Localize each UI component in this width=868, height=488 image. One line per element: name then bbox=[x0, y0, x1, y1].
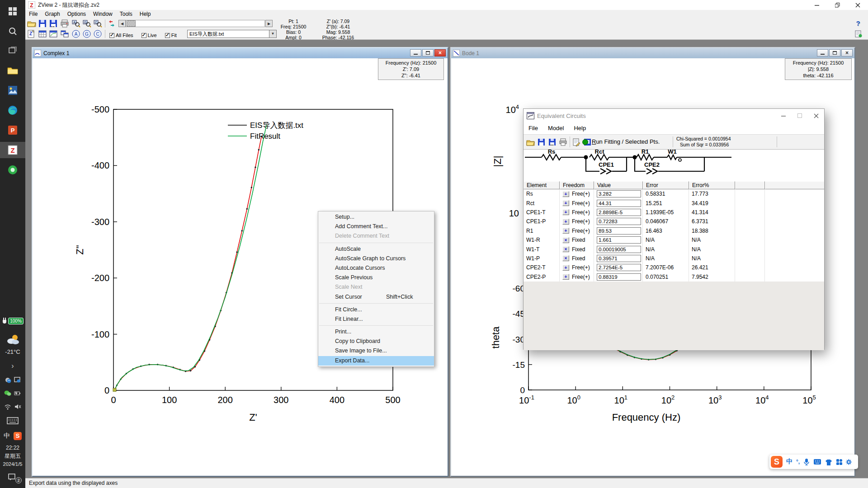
toolbox-icon[interactable] bbox=[836, 459, 843, 465]
checkbox[interactable]: Fit bbox=[165, 31, 177, 39]
minimize-button[interactable] bbox=[775, 109, 792, 122]
run-fitting-button[interactable]: Run Fitting / Selected Pts. bbox=[592, 138, 660, 145]
column-header[interactable]: Error% bbox=[689, 181, 735, 189]
context-menu-item[interactable]: Setup... bbox=[318, 212, 434, 222]
checkbox-box[interactable] bbox=[109, 33, 114, 38]
column-header[interactable]: Value bbox=[594, 181, 643, 189]
clock[interactable]: 22:22 bbox=[0, 445, 25, 451]
powerpoint-icon[interactable]: P bbox=[0, 122, 25, 138]
value-input[interactable]: 0.72283 bbox=[597, 218, 641, 225]
value-input[interactable]: 0.39571 bbox=[597, 255, 641, 262]
restore-button[interactable] bbox=[827, 0, 848, 10]
menu-item[interactable]: Help bbox=[569, 122, 591, 134]
weather-icon[interactable] bbox=[0, 333, 25, 348]
context-menu-item[interactable]: Export Data... bbox=[318, 356, 434, 366]
open-file-icon[interactable] bbox=[27, 19, 36, 28]
menu-item[interactable]: Tools bbox=[116, 10, 136, 18]
menu-item[interactable]: Options bbox=[64, 10, 90, 18]
minimize-button[interactable] bbox=[410, 49, 421, 56]
freedom-toggle-button[interactable]: + bbox=[562, 228, 569, 234]
minimize-button[interactable] bbox=[807, 0, 827, 10]
temperature-label[interactable]: -21°C bbox=[0, 348, 25, 355]
value-input[interactable]: 44.31 bbox=[597, 200, 641, 207]
edit-circuit-icon[interactable] bbox=[572, 138, 581, 146]
menu-item[interactable]: Help bbox=[136, 10, 155, 18]
context-menu-item[interactable]: AutoLocate Cursors bbox=[318, 263, 434, 273]
checkbox-box[interactable] bbox=[165, 33, 170, 38]
close-button[interactable]: × bbox=[434, 49, 446, 56]
data-table-icon[interactable] bbox=[38, 29, 47, 38]
graph-window-icon[interactable] bbox=[49, 29, 58, 38]
context-menu-item[interactable]: AutoScale Graph to Cursors bbox=[318, 254, 434, 263]
freedom-toggle-button[interactable]: + bbox=[562, 265, 569, 271]
pan-tool-icon[interactable] bbox=[108, 19, 116, 28]
punctuation-icon[interactable]: °, bbox=[796, 459, 800, 465]
circuit-diagram[interactable]: Rs Rct CPE1 R1 CPE2 W1 bbox=[524, 150, 824, 181]
menu-item[interactable]: Model bbox=[543, 122, 569, 134]
save-model-as-icon[interactable] bbox=[548, 138, 557, 146]
maximize-button[interactable] bbox=[422, 49, 434, 56]
circle-g-icon[interactable]: G bbox=[82, 29, 91, 38]
freedom-toggle-button[interactable]: × bbox=[562, 246, 569, 252]
bode-titlebar[interactable]: Bode 1 × bbox=[451, 48, 854, 58]
edge-browser-icon[interactable] bbox=[0, 102, 25, 118]
green-app-icon[interactable] bbox=[0, 162, 25, 178]
skin-icon[interactable] bbox=[825, 459, 832, 465]
zview-app-icon[interactable]: Z bbox=[0, 142, 25, 158]
checkbox[interactable]: Live bbox=[142, 31, 157, 39]
start-button-icon[interactable] bbox=[0, 4, 25, 19]
column-header[interactable]: Error bbox=[643, 181, 689, 189]
zoom-graph-icon[interactable]: G bbox=[82, 19, 91, 28]
save-all-icon[interactable] bbox=[49, 19, 58, 28]
scroll-left-button[interactable]: ◀ bbox=[118, 20, 126, 27]
save-model-icon[interactable] bbox=[537, 138, 546, 146]
checkbox-box[interactable] bbox=[142, 33, 146, 38]
point-scrollbar[interactable] bbox=[126, 20, 265, 27]
print-icon[interactable] bbox=[60, 19, 69, 28]
value-input[interactable]: 3.282 bbox=[597, 190, 641, 197]
close-button[interactable]: × bbox=[841, 49, 853, 56]
scroll-right-button[interactable]: ▶ bbox=[265, 20, 273, 27]
context-menu-item[interactable]: Fit Linear... bbox=[318, 314, 434, 324]
context-menu-item[interactable]: Print... bbox=[318, 327, 434, 337]
context-menu-item[interactable]: Scale Next bbox=[318, 282, 434, 292]
freedom-toggle-button[interactable]: + bbox=[562, 191, 569, 197]
context-menu-item[interactable]: Fit Circle... bbox=[318, 305, 434, 314]
notification-center-icon[interactable]: 2 bbox=[0, 471, 25, 484]
chevron-down-icon[interactable]: ▼ bbox=[269, 30, 276, 38]
context-menu-item[interactable]: Copy to Clipboard bbox=[318, 337, 434, 346]
print-model-icon[interactable] bbox=[559, 138, 567, 146]
search-icon[interactable] bbox=[0, 23, 25, 39]
help-button[interactable]: ? bbox=[854, 19, 863, 28]
freedom-toggle-button[interactable]: + bbox=[562, 274, 569, 280]
windows-layout-icon[interactable] bbox=[60, 29, 69, 38]
value-input[interactable]: 89.53 bbox=[597, 227, 641, 235]
keyboard-icon[interactable] bbox=[813, 459, 821, 465]
open-model-icon[interactable] bbox=[526, 138, 535, 146]
freedom-toggle-button[interactable]: × bbox=[562, 255, 569, 261]
tray-row-3[interactable] bbox=[0, 401, 25, 412]
context-menu-item[interactable]: Scale Previous bbox=[318, 273, 434, 282]
ime-mode-indicator[interactable]: 中 bbox=[786, 458, 793, 466]
context-menu-item[interactable]: Set Cursor Shift+Click bbox=[318, 292, 434, 302]
context-menu-item[interactable]: Delete Comment Text bbox=[318, 231, 434, 241]
value-input[interactable]: 2.8898E-5 bbox=[597, 209, 641, 216]
column-header[interactable]: Freedom bbox=[560, 181, 594, 189]
value-input[interactable]: 0.88319 bbox=[597, 273, 641, 281]
new-zplot-icon[interactable]: Z bbox=[27, 29, 36, 38]
sogou-tray-icon[interactable]: S bbox=[14, 432, 22, 440]
freedom-toggle-button[interactable]: + bbox=[562, 209, 569, 215]
battery-status[interactable]: 100% bbox=[0, 314, 25, 327]
save-icon[interactable] bbox=[38, 19, 47, 28]
minimize-button[interactable] bbox=[817, 49, 828, 56]
dialog-titlebar[interactable]: Equivalent Circuits bbox=[524, 109, 824, 122]
dataset-combobox[interactable]: EIS导入数据.txt ▼ bbox=[187, 30, 277, 38]
photos-app-icon[interactable] bbox=[0, 82, 25, 99]
zoom-cursor-icon[interactable]: C bbox=[93, 19, 102, 28]
column-header[interactable]: Element bbox=[524, 181, 560, 189]
checkbox[interactable]: All Files bbox=[109, 31, 133, 39]
complex-titlebar[interactable]: Complex 1 × bbox=[33, 48, 448, 58]
close-button[interactable] bbox=[808, 109, 824, 122]
freedom-toggle-button[interactable]: × bbox=[562, 237, 569, 243]
menu-item[interactable]: Window bbox=[90, 10, 116, 18]
